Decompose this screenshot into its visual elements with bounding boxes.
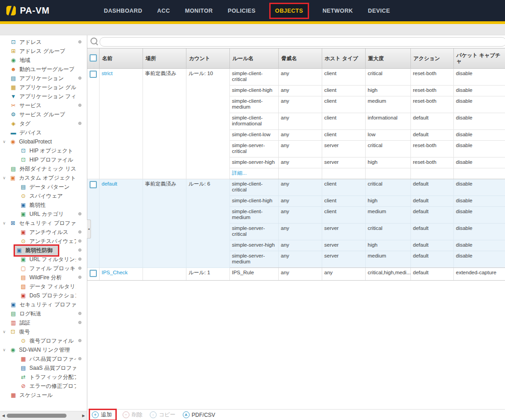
sidebar-item-addresses[interactable]: ⊡アドレス bbox=[0, 38, 87, 47]
sidebar-item-vulnerability-protection[interactable]: ▣脆弱性防御 bbox=[0, 246, 87, 255]
copy-button[interactable]: ▫コピー bbox=[150, 411, 176, 419]
add-button[interactable]: +追加 bbox=[90, 410, 115, 420]
host-type-cell: client bbox=[322, 69, 365, 86]
sidebar-item-hip-profiles[interactable]: ⊡HIP プロファイル bbox=[0, 155, 87, 164]
sidebar-item-tags[interactable]: ◈タグ bbox=[0, 119, 87, 128]
sidebar-item-decryption-profile[interactable]: ⊙復号プロファイル bbox=[0, 336, 87, 345]
sidebar-item-data-patterns[interactable]: ▤データ パターン bbox=[0, 182, 87, 191]
severity-cell: high bbox=[365, 240, 410, 251]
sidebar-item-anti-spyware[interactable]: ⊙アンチスパイウェア bbox=[0, 237, 87, 246]
sidebar-item-error-correction-profile[interactable]: ⊘エラーの修正プロファイル bbox=[0, 382, 87, 391]
host-type-cell: server bbox=[322, 158, 365, 168]
nav-tab-objects[interactable]: OBJECTS bbox=[271, 4, 308, 18]
threat-name-cell: any bbox=[278, 69, 322, 86]
application-filters-icon: ▼ bbox=[10, 94, 17, 99]
location-cell: 事前定義済み bbox=[143, 179, 186, 268]
search-input[interactable] bbox=[100, 37, 505, 47]
select-all-checkbox[interactable] bbox=[90, 54, 97, 62]
sidebar-item-saas-quality-profile[interactable]: ▤SaaS 品質プロファイル bbox=[0, 363, 87, 372]
sidebar-item-application-filters[interactable]: ▼アプリケーション フィルタ bbox=[0, 92, 87, 101]
severity-cell: critical,high,medi... bbox=[365, 268, 410, 281]
sidebar-item-devices[interactable]: ▬デバイス bbox=[0, 128, 87, 137]
location-cell bbox=[143, 268, 186, 281]
pdf-csv-button[interactable]: APDF/CSV bbox=[183, 411, 215, 418]
row-checkbox[interactable] bbox=[90, 71, 97, 78]
globalprotect-icon: ◉ bbox=[10, 139, 16, 144]
sidebar-item-services[interactable]: ✂サービス bbox=[0, 101, 87, 110]
sidebar-item-authentication[interactable]: ▥認証 bbox=[0, 318, 87, 327]
nav-tab-monitor[interactable]: MONITOR bbox=[185, 4, 213, 18]
wildfire-analysis-icon: ▤ bbox=[20, 275, 27, 280]
profile-link[interactable]: strict bbox=[102, 71, 113, 76]
sidebar-item-dynamic-user-groups[interactable]: ☻動的ユーザーグループ bbox=[0, 65, 87, 74]
sidebar-item-traffic-distribution-profile[interactable]: ⇄トラフィック分配プロファイル bbox=[0, 372, 87, 382]
col-header-action[interactable]: アクション bbox=[410, 48, 453, 69]
scrollbar-thumb[interactable] bbox=[7, 414, 67, 418]
sidebar-item-decryption[interactable]: ∨⊡復号 bbox=[0, 327, 87, 336]
nav-tab-device[interactable]: DEVICE bbox=[368, 4, 390, 18]
sidebar-item-custom-objects[interactable]: ∨▣カスタム オブジェクト bbox=[0, 173, 87, 182]
rule-name-cell: simple-client-critical bbox=[229, 69, 278, 86]
more-details-link[interactable]: 詳細... bbox=[232, 170, 247, 176]
chevron-down-icon[interactable]: ∨ bbox=[3, 329, 10, 334]
sidebar-item-application-groups[interactable]: ▦アプリケーション グループ bbox=[0, 83, 87, 92]
sidebar-item-wildfire-analysis[interactable]: ▤WildFire 分析 bbox=[0, 273, 87, 282]
sidebar-item-regions[interactable]: ◉地域 bbox=[0, 56, 87, 65]
sidebar-item-dos-protection[interactable]: ▣DoS プロテクション bbox=[0, 291, 87, 300]
sidebar-item-globalprotect[interactable]: ∨◉GlobalProtect bbox=[0, 137, 87, 146]
sidebar-item-address-groups[interactable]: ⊞アドレス グループ bbox=[0, 47, 87, 56]
row-checkbox[interactable] bbox=[90, 270, 97, 277]
table-row: default 事前定義済み ルール: 6 simple-client-crit… bbox=[87, 179, 505, 196]
col-header-threat-name[interactable]: 脅威名 bbox=[278, 48, 322, 69]
nav-tab-acc[interactable]: ACC bbox=[157, 4, 170, 18]
sidebar-item-external-dynamic-lists[interactable]: ▤外部ダイナミック リスト bbox=[0, 164, 87, 173]
sidebar-item-spyware[interactable]: ⊙スパイウェア bbox=[0, 191, 87, 200]
chevron-down-icon[interactable]: ∨ bbox=[3, 221, 10, 225]
hip-objects-icon: ⊡ bbox=[20, 148, 27, 153]
row-checkbox[interactable] bbox=[90, 181, 97, 188]
action-cell: reset-both bbox=[410, 96, 453, 113]
col-header-packet-capture[interactable]: パケット キャプチャ bbox=[453, 48, 505, 69]
sidebar-item-vulnerability[interactable]: ▣脆弱性 bbox=[0, 200, 87, 210]
chevron-down-icon[interactable]: ∨ bbox=[3, 176, 10, 180]
sidebar-collapse-handle[interactable]: ◂ bbox=[87, 220, 91, 239]
sidebar-item-applications[interactable]: ▤アプリケーション bbox=[0, 74, 87, 83]
sidebar-item-antivirus[interactable]: ▣アンチウイルス bbox=[0, 228, 87, 237]
packet-capture-cell: disable bbox=[453, 240, 505, 251]
sidebar-item-url-category[interactable]: ▣URL カテゴリ bbox=[0, 210, 87, 219]
sidebar-item-file-blocking[interactable]: ▢ファイル ブロッキング bbox=[0, 264, 87, 273]
devices-icon: ▬ bbox=[10, 130, 17, 135]
chevron-down-icon[interactable]: ∨ bbox=[3, 348, 10, 352]
profile-link[interactable]: default bbox=[102, 181, 118, 186]
sidebar-item-service-groups[interactable]: ⚙サービス グループ bbox=[0, 110, 87, 119]
scroll-left-arrow-icon[interactable]: ◀ bbox=[0, 414, 7, 418]
col-header-name[interactable]: 名前 bbox=[99, 48, 143, 69]
chevron-down-icon[interactable]: ∨ bbox=[3, 139, 10, 144]
delete-button[interactable]: −削除 bbox=[123, 411, 143, 419]
nav-tab-network[interactable]: NETWORK bbox=[323, 4, 353, 18]
sidebar-item-path-quality-profile[interactable]: ▦パス品質プロファイル bbox=[0, 354, 87, 363]
sidebar-item-log-forwarding[interactable]: ▤ログ転送 bbox=[0, 309, 87, 318]
sidebar-item-sd-wan-link-management[interactable]: ∨◉SD-WAN リンク管理 bbox=[0, 345, 87, 354]
sidebar-item-schedules[interactable]: ▦スケジュール bbox=[0, 391, 87, 400]
col-header-rule-name[interactable]: ルール名 bbox=[229, 48, 278, 69]
scroll-right-arrow-icon[interactable]: ▶ bbox=[80, 414, 87, 418]
decryption-icon: ⊡ bbox=[10, 329, 16, 334]
col-header-severity[interactable]: 重大度 bbox=[365, 48, 410, 69]
nav-tab-policies[interactable]: POLICIES bbox=[228, 4, 256, 18]
sidebar-item-hip-objects[interactable]: ⊡HIP オブジェクト bbox=[0, 146, 87, 155]
profile-link[interactable]: IPS_Check bbox=[102, 270, 128, 275]
col-header-host-type[interactable]: ホスト タイプ bbox=[322, 48, 365, 69]
sidebar-item-security-profile-groups[interactable]: ▣セキュリティ プロファイル グループ bbox=[0, 300, 87, 309]
rule-name-cell: simple-client-medium bbox=[229, 96, 278, 113]
severity-cell: critical bbox=[365, 141, 410, 158]
override-dot bbox=[78, 258, 81, 261]
sidebar-item-url-filtering[interactable]: ▣URL フィルタリング bbox=[0, 255, 87, 264]
sidebar-item-security-profiles[interactable]: ∨⊠セキュリティ プロファイル bbox=[0, 219, 87, 228]
sidebar-item-data-filtering[interactable]: ▧データ フィルタリング bbox=[0, 282, 87, 291]
col-header-location[interactable]: 場所 bbox=[143, 48, 186, 69]
action-cell: default bbox=[410, 130, 453, 141]
nav-tab-dashboard[interactable]: DASHBOARD bbox=[104, 4, 142, 18]
col-header-count[interactable]: カウント bbox=[186, 48, 229, 69]
rule-name-cell: simple-server-medium bbox=[229, 251, 278, 268]
